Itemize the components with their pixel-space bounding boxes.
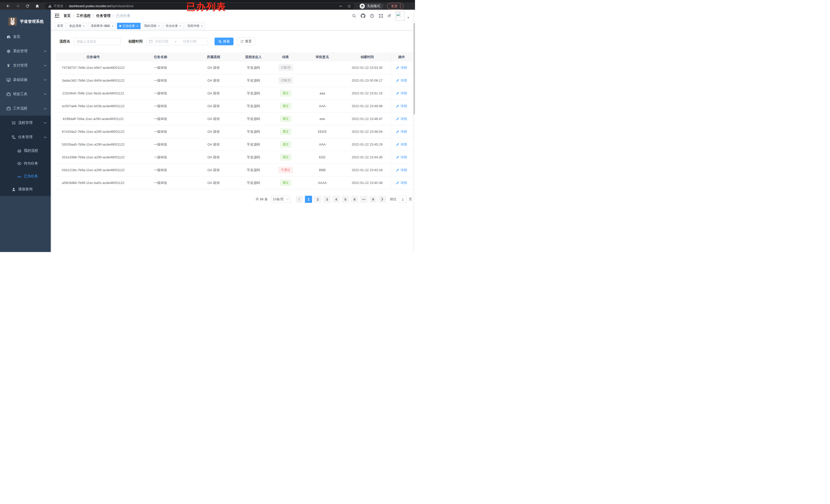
detail-link[interactable]: 详情 [396,130,407,134]
sidebar-item-label: 请假查询 [18,187,33,192]
url-host[interactable]: dashboard.yudao.iocoder.cn [69,4,110,8]
breadcrumb-task-management[interactable]: 任务管理 [96,13,110,18]
page-button-1[interactable]: 1 [305,196,312,203]
search-button[interactable]: 搜索 [215,38,233,45]
avatar-caret-icon[interactable]: ▼ [407,16,409,19]
browser-home-button[interactable] [32,3,42,9]
reset-button[interactable]: 重置 [237,38,255,45]
table-row: 3adac3d2-7b9d-11ec-8404-acde48001122 一级审… [56,74,412,87]
column-header-task-name: 任务名称 [131,53,190,61]
tab-my-process[interactable]: 我的流程× [142,23,162,29]
detail-link[interactable]: 详情 [396,91,407,96]
prev-page-button[interactable] [296,196,303,203]
page-button-4[interactable]: 4 [332,196,340,203]
browser-update-button[interactable]: 更新 [387,3,404,9]
column-header-actions: 操作 [391,53,412,61]
bookmark-star-icon[interactable] [347,4,351,8]
tab-done-tasks[interactable]: 已办任务× [117,23,140,29]
page-scrollbar[interactable] [413,10,415,252]
breadcrumb-separator: / [73,14,74,18]
help-icon[interactable] [370,13,374,18]
sidebar-item-label: 研发工具 [13,92,27,96]
sidebar-item-workflow[interactable]: 工作流程 [0,101,51,115]
done-task-table: 任务编号 任务名称 所属流程 流程发起人 结果 审批意见 创建时间 操作 747… [56,53,412,189]
sidebar-item-todo-tasks[interactable]: 待办任务 [0,157,51,170]
avatar[interactable] [395,11,405,21]
detail-link[interactable]: 详情 [396,117,407,121]
monitor-icon [6,77,11,82]
sidebar-item-payment[interactable]: ¥ 支付管理 [0,58,51,73]
page-button-2[interactable]: 2 [314,196,321,203]
page-button-6[interactable]: 6 [351,196,358,203]
sidebar-item-done-tasks[interactable]: 已办任务 [0,170,51,183]
sidebar-item-system[interactable]: 系统管理 [0,44,51,58]
sidebar-item-process-management[interactable]: 流程管理 [0,115,51,130]
goto-page-input[interactable] [398,196,407,203]
next-page-button[interactable] [379,196,386,203]
page-button-9[interactable]: 9 [370,196,377,203]
page-button-3[interactable]: 3 [323,196,330,203]
task-id: 67c534a2-7b9a-11ec-a290-acde48001122 [56,125,131,138]
date-start-placeholder[interactable]: 开始日期 [155,39,168,44]
date-end-placeholder[interactable]: 结束日期 [183,39,196,44]
browser-reload-button[interactable] [23,3,32,9]
sidebar-item-home[interactable]: 首页 [0,30,51,44]
github-icon[interactable] [361,13,365,18]
font-size-icon[interactable]: tT [388,13,391,18]
page-size-select[interactable]: 10条/页 [271,196,291,203]
browser-forward-button[interactable] [13,3,23,9]
sidebar-item-dev-tools[interactable]: 研发工具 [0,87,51,101]
tab-todo-tasks[interactable]: 待办任务× [163,23,184,29]
sidebar-item-infrastructure[interactable]: 基础设施 [0,73,51,87]
close-icon[interactable]: × [158,25,160,28]
detail-link[interactable]: 详情 [396,168,407,172]
detail-link[interactable]: 详情 [396,104,407,108]
page-button-5[interactable]: 5 [342,196,349,203]
close-icon[interactable]: × [180,25,181,28]
update-label[interactable]: 更新 [391,4,397,8]
tab-form-edit[interactable]: 流程表单-编辑× [88,23,116,29]
edit-pen-icon [396,104,400,108]
close-icon[interactable]: × [83,25,85,28]
close-icon[interactable]: × [201,25,203,28]
detail-link[interactable]: 详情 [396,66,407,70]
close-icon[interactable]: × [111,25,114,28]
detail-link[interactable]: 详情 [396,78,407,83]
sidebar-item-label: 已办任务 [24,174,38,178]
date-range-picker[interactable]: 开始日期 - 结束日期 [146,38,208,45]
status-badge: 通过 [280,179,291,186]
initiator: 芋道源码 [237,164,270,176]
scrollbar-thumb[interactable] [413,23,415,114]
column-header-process: 所属流程 [190,53,237,61]
sidebar: 芋道管理系统 首页 系统管理 ¥ 支付管理 基础设施 研发工具 工作流 [0,10,51,252]
tab-home[interactable]: 首页 [55,23,66,29]
security-label[interactable]: 不安全 [54,4,63,8]
forward-icon [15,4,20,8]
browser-back-button[interactable] [3,3,13,9]
status-badge: 不通过 [279,167,293,173]
process-name-input[interactable] [74,38,121,45]
user-icon [11,187,16,192]
search-icon [218,40,222,43]
not-secure-warning-icon[interactable] [48,4,52,8]
more-pages-button[interactable]: ••• [360,196,368,203]
detail-link[interactable]: 详情 [396,180,407,185]
sidebar-collapse-button[interactable] [55,13,59,18]
sidebar-item-leave-query[interactable]: 请假查询 [0,183,51,196]
close-icon[interactable]: × [136,25,138,28]
tab-start-process[interactable]: 发起流程× [67,23,87,29]
browser-menu-icon[interactable] [400,4,401,8]
url-path[interactable]: /bpm/task/done [110,4,133,8]
password-key-icon[interactable] [339,4,343,8]
breadcrumb-home[interactable]: 首页 [63,13,71,18]
detail-link[interactable]: 详情 [396,155,407,160]
sidebar-item-task-management[interactable]: 任务管理 [0,130,51,144]
fullscreen-icon[interactable] [379,13,383,18]
task-name: 一级审批 [131,87,190,100]
breadcrumb-workflow[interactable]: 工作流程 [76,13,91,18]
table-row: 8196daff-7b9a-11ec-a290-acde48001122 一级审… [56,112,412,125]
tab-process-detail[interactable]: 流程详情× [185,23,205,29]
sidebar-item-my-process[interactable]: 我的流程 [0,144,51,157]
header-search-button[interactable] [352,13,356,18]
detail-link[interactable]: 详情 [396,142,407,147]
